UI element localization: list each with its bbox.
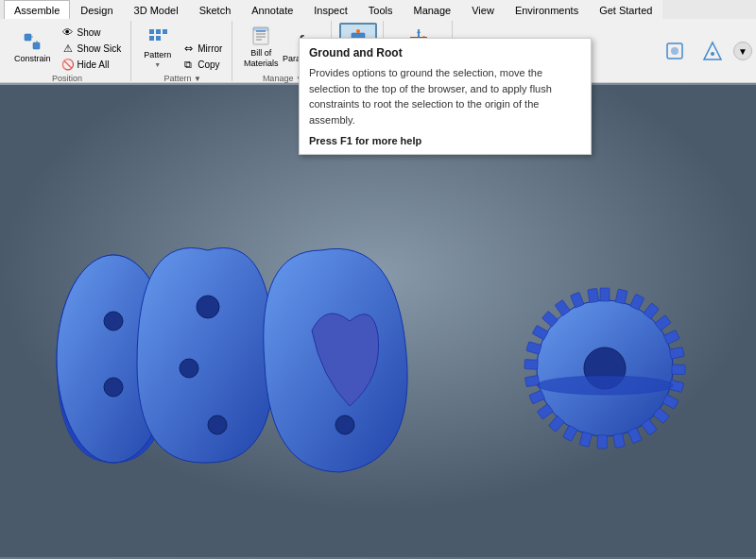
svg-marker-25: [704, 42, 721, 59]
constrain-label: Constrain: [14, 54, 51, 63]
tooltip-description: Provides options to ground the selection…: [309, 65, 581, 127]
extra-btn-1[interactable]: [658, 26, 692, 76]
svg-point-33: [180, 359, 198, 378]
help-dropdown-button[interactable]: ▼: [733, 42, 752, 60]
svg-marker-21: [417, 29, 421, 33]
svg-rect-5: [156, 29, 161, 34]
svg-rect-14: [253, 27, 268, 31]
tab-view[interactable]: View: [461, 0, 505, 19]
tab-assemble[interactable]: Assemble: [4, 0, 70, 19]
show-label: Show: [77, 27, 101, 38]
show-sick-label: Show Sick: [77, 43, 122, 54]
mirror-button[interactable]: ⇔ Mirror: [178, 41, 226, 56]
constrain-button[interactable]: Constrain: [9, 23, 56, 72]
ribbon-group-position: Constrain 👁 Show ⚠ Show Sick 🚫 Hide All: [4, 21, 131, 81]
svg-point-18: [356, 29, 360, 33]
copy-label: Copy: [198, 59, 219, 70]
hide-all-icon: 🚫: [61, 58, 75, 71]
svg-point-34: [208, 415, 227, 434]
position-small-buttons: 👁 Show ⚠ Show Sick 🚫 Hide All: [58, 25, 126, 72]
hide-all-label: Hide All: [77, 59, 110, 70]
constrain-icon: [22, 31, 43, 52]
extra-btn-2[interactable]: [696, 26, 730, 76]
svg-rect-7: [149, 36, 154, 41]
svg-point-24: [671, 47, 679, 55]
pattern-button[interactable]: Pattern ▼: [139, 23, 176, 72]
show-icon: 👁: [61, 25, 75, 39]
pattern-label: Pattern: [144, 50, 171, 59]
pattern-small-buttons: ⇔ Mirror ⧉ Copy: [178, 41, 226, 72]
show-button[interactable]: 👁 Show: [58, 25, 126, 40]
tab-3dmodel[interactable]: 3D Model: [124, 0, 189, 19]
svg-rect-37: [600, 288, 610, 301]
manage-group-label: Manage ▼: [263, 74, 303, 83]
svg-rect-1: [33, 42, 40, 49]
ribbon-group-pattern: Pattern ▼ ⇔ Mirror ⧉ Copy Pattern ▼: [133, 21, 232, 81]
svg-rect-44: [672, 364, 685, 374]
tab-annotate[interactable]: Annotate: [241, 0, 303, 19]
pattern-dropdown-arrow: ▼: [154, 61, 161, 68]
tooltip-popup: Ground and Root Provides options to grou…: [299, 38, 592, 155]
svg-rect-4: [149, 29, 154, 34]
ribbon-tab-bar: Assemble Design 3D Model Sketch Annotate…: [0, 0, 756, 19]
svg-rect-64: [588, 288, 599, 302]
copy-icon: ⧉: [181, 58, 195, 71]
tab-manage[interactable]: Manage: [403, 0, 461, 19]
hide-all-button[interactable]: 🚫 Hide All: [58, 57, 126, 72]
svg-rect-0: [25, 34, 31, 41]
svg-point-32: [197, 296, 219, 318]
show-sick-icon: ⚠: [61, 42, 75, 55]
show-sick-button[interactable]: ⚠ Show Sick: [58, 41, 126, 56]
position-group-label: Position: [52, 74, 82, 83]
bill-of-materials-button[interactable]: Bill ofMaterials: [240, 23, 282, 72]
tooltip-help: Press F1 for more help: [309, 135, 581, 146]
svg-point-30: [104, 312, 123, 330]
copy-button[interactable]: ⧉ Copy: [178, 57, 226, 72]
bill-of-materials-icon: [250, 25, 271, 46]
ribbon-right-icons: ▼: [658, 26, 752, 76]
pattern-group-label: Pattern ▼: [164, 74, 201, 83]
svg-rect-58: [524, 360, 539, 370]
svg-point-35: [335, 415, 354, 434]
pattern-group-items: Pattern ▼ ⇔ Mirror ⧉ Copy: [139, 23, 226, 72]
svg-point-31: [104, 378, 123, 397]
position-group-items: Constrain 👁 Show ⚠ Show Sick 🚫 Hide All: [9, 23, 125, 72]
tooltip-title: Ground and Root: [309, 46, 581, 59]
extra-icon-2: [702, 41, 723, 61]
tab-environments[interactable]: Environments: [505, 0, 589, 19]
mirror-label: Mirror: [198, 43, 222, 54]
extra-icon-1: [664, 41, 685, 61]
mirror-icon: ⇔: [181, 42, 195, 55]
svg-point-26: [711, 52, 714, 56]
svg-point-66: [537, 376, 673, 395]
tab-sketch[interactable]: Sketch: [189, 0, 242, 19]
svg-rect-6: [163, 29, 167, 34]
tab-inspect[interactable]: Inspect: [303, 0, 357, 19]
bill-of-materials-label: Bill ofMaterials: [244, 48, 279, 69]
tab-tools[interactable]: Tools: [358, 0, 404, 19]
svg-rect-8: [156, 36, 161, 41]
svg-rect-51: [597, 435, 607, 449]
tab-getstarted[interactable]: Get Started: [589, 0, 662, 19]
pattern-icon: [147, 27, 168, 48]
tab-design[interactable]: Design: [70, 0, 123, 19]
